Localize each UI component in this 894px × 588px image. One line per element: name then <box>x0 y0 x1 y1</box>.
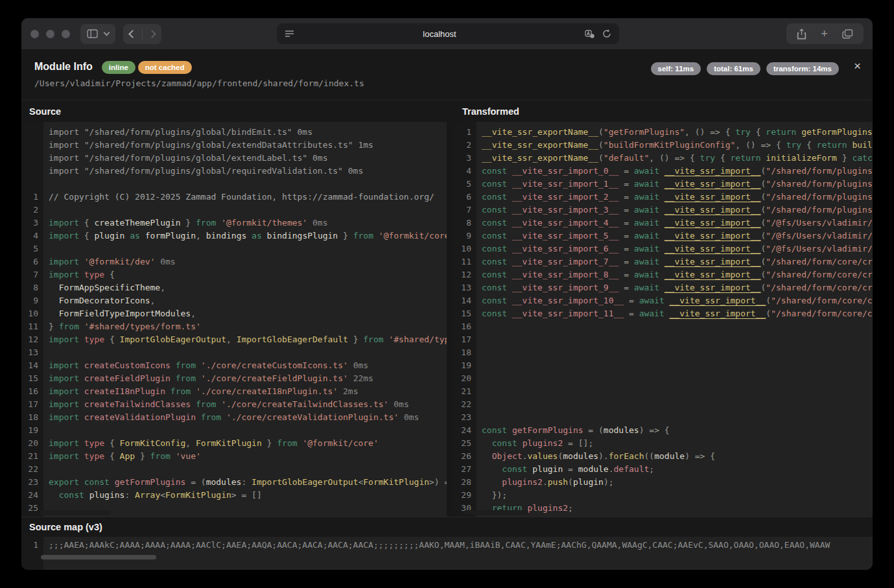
source-horizontal-scrollbar[interactable] <box>40 510 111 515</box>
zoom-window-button[interactable] <box>62 30 70 38</box>
code-line: 19 <box>454 359 873 372</box>
line-number: 6 <box>21 255 43 268</box>
close-icon[interactable]: × <box>854 60 861 72</box>
line-number: 5 <box>21 242 43 255</box>
line-number: 23 <box>454 411 476 424</box>
line-number: 11 <box>454 255 476 268</box>
code-text: const __vite_ssr_import_3__ = await __vi… <box>476 204 873 217</box>
transformed-panel: Transformed 1__vite_ssr_exportName__("ge… <box>454 100 873 517</box>
code-line: 2 <box>21 204 447 217</box>
sourcemap-mappings: ;;;AAEA;AAAkC;AAAA;AAAA;AAAA;AAClC;AAEA;… <box>43 539 873 552</box>
toolbar-right-buttons: + <box>786 23 864 44</box>
code-line: 16 <box>454 320 873 333</box>
traffic-lights <box>30 30 70 38</box>
code-text: const __vite_ssr_import_4__ = await __vi… <box>476 217 873 229</box>
line-number: 2 <box>21 204 43 217</box>
code-line: 15import createFieldPlugin from './core/… <box>21 372 447 385</box>
line-number: 2 <box>454 139 476 152</box>
new-tab-icon[interactable]: + <box>821 27 828 41</box>
code-text <box>476 346 873 359</box>
page-title: Module Info <box>34 61 93 73</box>
reload-icon[interactable] <box>602 29 611 38</box>
line-number: 15 <box>21 372 43 385</box>
sidebar-toggle[interactable] <box>80 24 115 44</box>
minimize-window-button[interactable] <box>46 30 54 38</box>
line-number: 18 <box>454 346 476 359</box>
code-line: 23export const getFormPlugins = (modules… <box>21 476 447 489</box>
code-text: const __vite_ssr_import_11__ = await __v… <box>476 307 873 320</box>
url-bar[interactable]: localhost <box>277 23 619 44</box>
line-number: 20 <box>21 437 43 450</box>
line-number: 5 <box>454 178 476 191</box>
source-code-area[interactable]: import "/shared/form/plugins/global/bind… <box>21 122 447 517</box>
code-text: import createCustomIcons from './core/cr… <box>43 359 447 372</box>
reader-icon[interactable] <box>285 30 294 38</box>
code-text: import "/shared/form/plugins/global/exte… <box>43 139 447 152</box>
code-text <box>43 242 447 255</box>
line-number <box>21 178 43 191</box>
code-line: 11} from '#shared/types/form.ts' <box>21 320 447 333</box>
line-number <box>21 126 43 139</box>
timing-badge: self: 11ms <box>651 62 701 75</box>
line-number: 17 <box>454 333 476 346</box>
code-text: plugins2.push(plugin); <box>476 476 873 489</box>
line-number: 28 <box>454 476 476 489</box>
sourcemap-horizontal-scrollbar[interactable] <box>41 555 156 559</box>
line-number: 12 <box>454 268 476 281</box>
code-text <box>43 204 447 217</box>
code-line: 24 const plugins: Array<FormKitPlugin> =… <box>21 489 447 502</box>
code-text: const __vite_ssr_import_1__ = await __vi… <box>476 178 873 191</box>
code-line: 3import { createThemePlugin } from '@for… <box>21 217 447 229</box>
code-text: FormDecoratorIcons, <box>43 294 447 307</box>
code-line: 25 const plugins2 = []; <box>454 437 873 450</box>
transformed-horizontal-scrollbar[interactable] <box>464 510 528 515</box>
code-text: const __vite_ssr_import_0__ = await __vi… <box>476 165 873 178</box>
code-line: import "/shared/form/plugins/global/exte… <box>21 139 447 152</box>
status-badge: not cached <box>138 61 192 74</box>
nav-buttons <box>123 24 161 44</box>
code-text: const getFormPlugins = (modules) => { <box>476 424 873 437</box>
code-text: __vite_ssr_exportName__("getFormPlugins"… <box>476 126 873 139</box>
code-line: 22 <box>454 398 873 411</box>
translate-icon[interactable] <box>585 30 594 38</box>
code-text: const __vite_ssr_import_9__ = await __vi… <box>476 281 873 294</box>
code-text: const plugins2 = []; <box>476 437 873 450</box>
line-number: 26 <box>454 450 476 463</box>
line-number: 8 <box>454 217 476 229</box>
line-number: 7 <box>21 268 43 281</box>
line-number: 9 <box>21 294 43 307</box>
code-text <box>476 372 873 385</box>
module-badges: inlinenot cached <box>99 61 192 73</box>
browser-toolbar: localhost <box>21 18 873 49</box>
sidebar-icon <box>87 29 98 38</box>
code-line: 8const __vite_ssr_import_4__ = await __v… <box>454 217 873 229</box>
code-line: 12const __vite_ssr_import_8__ = await __… <box>454 268 873 281</box>
code-line: 10 FormFieldTypeImportModules, <box>21 307 447 320</box>
code-text: const __vite_ssr_import_10__ = await __v… <box>476 294 873 307</box>
code-line: 4import { plugin as formPlugin, bindings… <box>21 229 447 242</box>
back-button[interactable] <box>130 31 135 37</box>
code-text: import { createThemePlugin } from '@form… <box>43 217 447 229</box>
tab-overview-icon[interactable] <box>842 29 853 39</box>
code-line: 9const __vite_ssr_import_5__ = await __v… <box>454 229 873 242</box>
status-badge: inline <box>102 61 135 74</box>
code-text <box>476 333 873 346</box>
transformed-code-area[interactable]: 1__vite_ssr_exportName__("getFormPlugins… <box>454 122 873 517</box>
code-line: 9 FormDecoratorIcons, <box>21 294 447 307</box>
code-text: return plugins2; <box>476 502 873 515</box>
sourcemap-code-area[interactable]: 1 ;;;AAEA;AAAkC;AAAA;AAAA;AAAA;AAClC;AAE… <box>21 537 873 570</box>
line-number: 16 <box>21 385 43 398</box>
code-line: 18import createValidationPlugin from './… <box>21 411 447 424</box>
code-line: 1__vite_ssr_exportName__("getFormPlugins… <box>454 126 873 139</box>
code-line: 21import type { App } from 'vue' <box>21 450 447 463</box>
code-text: const __vite_ssr_import_6__ = await __vi… <box>476 242 873 255</box>
code-line: 21 <box>454 385 873 398</box>
line-number: 9 <box>454 229 476 242</box>
forward-button[interactable] <box>149 31 155 37</box>
code-line: 5const __vite_ssr_import_1__ = await __v… <box>454 178 873 191</box>
share-icon[interactable] <box>797 29 806 40</box>
code-line: 24const getFormPlugins = (modules) => { <box>454 424 873 437</box>
close-window-button[interactable] <box>30 30 39 38</box>
code-text: import type { ImportGlobEagerOutput, Imp… <box>43 333 447 346</box>
code-text: FormFieldTypeImportModules, <box>43 307 447 320</box>
